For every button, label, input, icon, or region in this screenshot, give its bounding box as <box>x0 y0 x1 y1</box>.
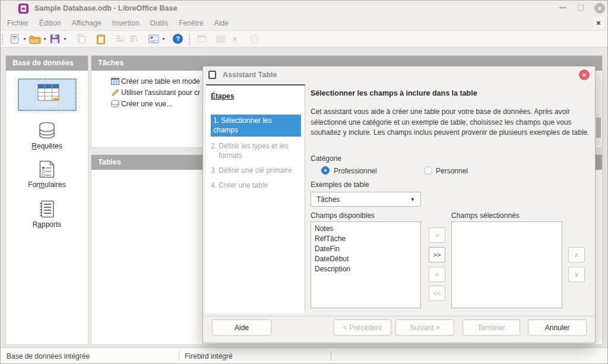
field-item[interactable]: DateDébut <box>311 254 420 264</box>
field-item[interactable]: DateFin <box>311 244 420 254</box>
minimize-icon[interactable] <box>559 7 566 8</box>
sidebar-item-label: Formulaires <box>28 181 65 189</box>
steps-header: Étapes <box>211 92 301 100</box>
menu-insertion[interactable]: Insertion <box>107 17 145 29</box>
menu-edition[interactable]: Édition <box>34 17 66 29</box>
available-fields-label: Champs disponibles <box>311 211 375 220</box>
menu-affichage[interactable]: Affichage <box>66 17 107 29</box>
sidebar-item-rapports[interactable]: Rapports <box>6 200 88 229</box>
move-up-button: ∧ <box>568 247 585 262</box>
rename-icon <box>248 32 261 46</box>
status-separator <box>179 351 179 361</box>
scrollbar-thumb[interactable] <box>596 118 601 138</box>
open-file-icon[interactable] <box>28 32 42 46</box>
step-4-create-table: 4. Créer une table <box>211 181 301 190</box>
radio-personnel-label[interactable]: Personnel <box>436 167 468 175</box>
help-button[interactable]: Aide <box>212 319 271 335</box>
view-dropdown-icon[interactable]: ▾ <box>160 36 167 42</box>
add-all-fields-button[interactable]: >> <box>429 247 445 262</box>
copy-icon <box>74 32 88 46</box>
back-button: < Précédent <box>334 319 391 335</box>
field-item[interactable]: RéfTâche <box>311 234 420 244</box>
dialog-close-icon[interactable]: × <box>579 69 590 80</box>
toolbar-grip[interactable] <box>189 34 192 45</box>
table-grid-icon <box>111 78 121 85</box>
table-examples-select[interactable]: Tâches ▼ <box>311 192 421 207</box>
close-document-icon[interactable]: × <box>593 18 604 29</box>
task-use-wizard[interactable]: Utiliser l'assistant pour cr <box>111 87 200 98</box>
sort-ascending-icon <box>113 32 127 46</box>
step-1-select-fields[interactable]: 1. Sélectionner les champs <box>211 115 301 137</box>
menu-outils[interactable]: Outils <box>145 17 174 29</box>
move-down-button: ∨ <box>568 267 585 282</box>
table-examples-label: Exemples de table <box>311 181 369 189</box>
sort-descending-icon <box>127 32 141 46</box>
task-create-view[interactable]: Créer une vue... <box>111 98 172 109</box>
remove-all-fields-button: << <box>429 286 445 301</box>
sidebar-item-requetes[interactable]: Requêtes <box>6 122 88 150</box>
tasks-scrollbar[interactable] <box>596 71 601 146</box>
delete-icon: × <box>228 32 242 46</box>
window-title: Sample Database.odb - LibreOffice Base <box>34 4 177 12</box>
sidebar-item-tables[interactable]: Tables <box>18 79 76 110</box>
toolbar-grip[interactable] <box>2 34 5 45</box>
step-2-types-formats: 2. Définir les types et les formats <box>211 141 301 160</box>
selected-example: Tâches <box>311 195 405 204</box>
buttons-separator <box>203 316 595 316</box>
menu-aide[interactable]: Aide <box>209 17 234 29</box>
chevron-down-icon[interactable]: ▼ <box>405 197 420 202</box>
forms-icon <box>39 160 55 178</box>
sidebar-item-formulaires[interactable]: Formulaires <box>6 160 88 189</box>
sidebar-item-label: Requêtes <box>31 142 62 150</box>
radio-personnel[interactable] <box>424 166 432 175</box>
task-create-table-design[interactable]: Créer une table en mode <box>111 75 200 87</box>
sidebar-header: Base de données <box>6 56 88 71</box>
selected-fields-list[interactable] <box>451 221 562 308</box>
add-field-button: > <box>429 227 445 243</box>
dialog-description: Cet assistant vous aide à créer une tabl… <box>311 107 594 138</box>
new-dropdown-icon[interactable]: ▾ <box>21 36 28 42</box>
field-item[interactable]: Description <box>311 264 420 274</box>
reports-icon <box>39 200 55 218</box>
step-3-primary-key: 3. Définir une clé primaire <box>211 166 301 175</box>
radio-professionnel[interactable] <box>321 166 330 175</box>
category-label: Catégorie <box>311 154 341 163</box>
table-design-icon <box>195 32 208 46</box>
status-bar: Base de données intégrée Firebird intégr… <box>1 347 607 364</box>
status-separator <box>331 351 331 361</box>
dialog-title-bar[interactable]: Assistant Table × <box>203 67 595 84</box>
field-item[interactable]: Notes <box>311 224 420 234</box>
main-toolbar: ▾ ▾ ▾ ▾ ? <box>1 30 607 48</box>
wizard-pencil-icon <box>111 88 121 97</box>
menu-fichier[interactable]: Fichier <box>2 17 34 29</box>
queries-icon <box>37 122 57 140</box>
menu-fenetre[interactable]: Fenêtre <box>173 17 208 29</box>
dialog-icon <box>208 71 216 79</box>
application-window: Sample Database.odb - LibreOffice Base ×… <box>0 0 608 364</box>
next-button: Suivant > <box>395 319 454 335</box>
new-document-icon[interactable] <box>8 32 21 46</box>
selected-fields-label: Champs sélectionnés <box>451 211 520 220</box>
remove-field-button: < <box>429 267 445 282</box>
paste-icon[interactable] <box>94 32 107 46</box>
table-wizard-dialog: Assistant Table × Étapes 1. Sélectionner… <box>202 66 596 343</box>
available-fields-list[interactable]: Notes RéfTâche DateFin DateDébut Descrip… <box>311 221 421 308</box>
close-window-icon[interactable]: × <box>594 3 605 14</box>
radio-professionnel-label[interactable]: Professionnel <box>334 167 377 175</box>
save-icon[interactable] <box>48 32 62 46</box>
database-sidebar: Base de données Tables Requêtes <box>5 55 88 345</box>
view-icon <box>111 100 121 107</box>
table-wizard-icon <box>214 32 228 46</box>
cancel-button[interactable]: Annuler <box>528 319 587 335</box>
sidebar-item-label: Rapports <box>33 220 62 229</box>
maximize-icon[interactable] <box>578 5 584 11</box>
open-dropdown-icon[interactable]: ▾ <box>42 36 48 42</box>
save-dropdown-icon[interactable]: ▾ <box>62 36 68 42</box>
form-view-icon[interactable] <box>147 32 160 46</box>
title-bar: Sample Database.odb - LibreOffice Base × <box>1 1 607 16</box>
help-icon[interactable]: ? <box>173 34 183 44</box>
task-label: Utiliser l'assistant pour cr <box>121 88 200 97</box>
tables-icon <box>37 84 59 102</box>
app-icon <box>18 4 28 14</box>
status-engine: Firebird intégré <box>185 352 233 360</box>
